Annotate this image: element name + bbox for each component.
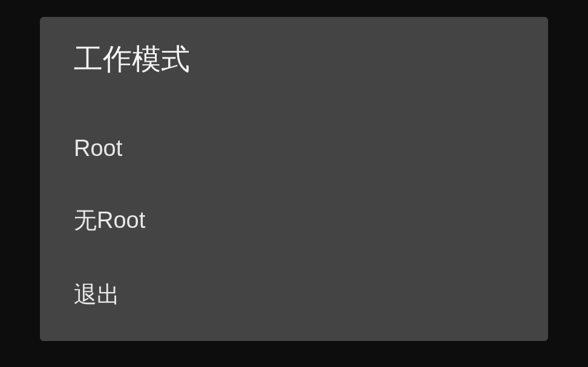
option-no-root[interactable]: 无Root bbox=[74, 183, 514, 258]
option-root[interactable]: Root bbox=[74, 114, 514, 183]
option-exit[interactable]: 退出 bbox=[74, 258, 514, 332]
mode-dialog: 工作模式 Root 无Root 退出 bbox=[40, 17, 548, 341]
dialog-title: 工作模式 bbox=[74, 40, 514, 79]
